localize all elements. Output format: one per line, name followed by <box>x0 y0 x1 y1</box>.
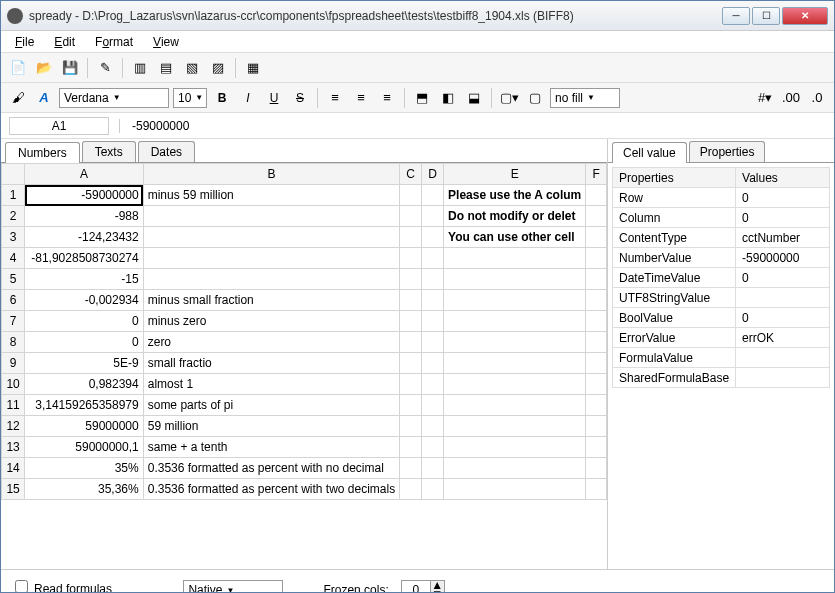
col-header[interactable]: C <box>400 164 422 185</box>
cell[interactable]: 0 <box>25 332 144 353</box>
cell[interactable] <box>400 269 422 290</box>
align-center-icon[interactable]: ≡ <box>350 87 372 109</box>
cell[interactable] <box>400 206 422 227</box>
row-header[interactable]: 2 <box>2 206 25 227</box>
cell[interactable] <box>400 248 422 269</box>
tab-cellvalue[interactable]: Cell value <box>612 142 687 163</box>
cell[interactable] <box>444 458 586 479</box>
cell[interactable] <box>422 206 444 227</box>
prop-val[interactable]: 0 <box>736 208 830 228</box>
cell[interactable] <box>444 395 586 416</box>
underline-button[interactable]: U <box>263 87 285 109</box>
strike-button[interactable]: S <box>289 87 311 109</box>
cell[interactable]: You can use other cell <box>444 227 586 248</box>
cell[interactable]: zero <box>143 332 399 353</box>
prop-val[interactable] <box>736 288 830 308</box>
row-header[interactable]: 7 <box>2 311 25 332</box>
font-size-combo[interactable]: 10▼ <box>173 88 207 108</box>
minimize-button[interactable]: ─ <box>722 7 750 25</box>
cell[interactable]: -59000000 <box>25 185 144 206</box>
fill-swatch-icon[interactable]: ▢ <box>524 87 546 109</box>
prop-val[interactable]: cctNumber <box>736 228 830 248</box>
cell[interactable] <box>422 332 444 353</box>
align-right-icon[interactable]: ≡ <box>376 87 398 109</box>
prop-val[interactable]: 0 <box>736 188 830 208</box>
cell[interactable] <box>444 332 586 353</box>
row-header[interactable]: 9 <box>2 353 25 374</box>
cell[interactable]: some parts of pi <box>143 395 399 416</box>
cell[interactable] <box>143 269 399 290</box>
cell[interactable] <box>422 479 444 500</box>
italic-button[interactable]: I <box>237 87 259 109</box>
prop-val[interactable]: errOK <box>736 328 830 348</box>
prop-val[interactable] <box>736 368 830 388</box>
dec-inc-icon[interactable]: .00 <box>780 87 802 109</box>
cell[interactable] <box>400 437 422 458</box>
prop-val[interactable] <box>736 348 830 368</box>
new-icon[interactable]: 📄 <box>7 57 29 79</box>
cell[interactable] <box>444 437 586 458</box>
property-grid[interactable]: PropertiesValuesRow0Column0ContentTypecc… <box>612 167 830 388</box>
cell[interactable] <box>422 353 444 374</box>
delete-col-icon[interactable]: ▧ <box>181 57 203 79</box>
cell[interactable] <box>586 290 607 311</box>
cell[interactable]: same + a tenth <box>143 437 399 458</box>
valign-mid-icon[interactable]: ◧ <box>437 87 459 109</box>
align-left-icon[interactable]: ≡ <box>324 87 346 109</box>
valign-bot-icon[interactable]: ⬓ <box>463 87 485 109</box>
row-header[interactable]: 4 <box>2 248 25 269</box>
tab-properties[interactable]: Properties <box>689 141 766 162</box>
cell-ref[interactable]: A1 <box>9 117 109 135</box>
row-header[interactable]: 10 <box>2 374 25 395</box>
row-header[interactable]: 14 <box>2 458 25 479</box>
cell[interactable] <box>586 416 607 437</box>
cell[interactable] <box>422 458 444 479</box>
cell[interactable]: -15 <box>25 269 144 290</box>
font-name-combo[interactable]: Verdana▼ <box>59 88 169 108</box>
cell[interactable]: 5E-9 <box>25 353 144 374</box>
cell[interactable]: minus zero <box>143 311 399 332</box>
row-header[interactable]: 12 <box>2 416 25 437</box>
border-icon[interactable]: ▢▾ <box>498 87 520 109</box>
cell-value[interactable]: -59000000 <box>119 119 189 133</box>
cell[interactable] <box>422 269 444 290</box>
menu-format[interactable]: Format <box>87 33 141 51</box>
cell[interactable] <box>444 248 586 269</box>
cell[interactable] <box>400 416 422 437</box>
open-icon[interactable]: 📂 <box>33 57 55 79</box>
valign-top-icon[interactable]: ⬒ <box>411 87 433 109</box>
tab-numbers[interactable]: Numbers <box>5 142 80 163</box>
brush-icon[interactable]: 🖌 <box>7 87 29 109</box>
cell[interactable] <box>400 374 422 395</box>
cell[interactable]: 3,14159265358979 <box>25 395 144 416</box>
prop-val[interactable]: 0 <box>736 268 830 288</box>
cell[interactable] <box>400 290 422 311</box>
insert-col-icon[interactable]: ▥ <box>129 57 151 79</box>
cell[interactable]: -0,002934 <box>25 290 144 311</box>
cell[interactable] <box>400 227 422 248</box>
cell[interactable] <box>422 374 444 395</box>
cell[interactable] <box>143 248 399 269</box>
cell[interactable]: -124,23432 <box>25 227 144 248</box>
cell[interactable]: 59 million <box>143 416 399 437</box>
cell[interactable]: 35,36% <box>25 479 144 500</box>
mode-combo[interactable]: Native▼ <box>183 580 283 593</box>
prop-val[interactable]: 0 <box>736 308 830 328</box>
dec-dec-icon[interactable]: .0 <box>806 87 828 109</box>
prop-val[interactable]: -59000000 <box>736 248 830 268</box>
cell[interactable]: minus small fraction <box>143 290 399 311</box>
cell[interactable] <box>586 311 607 332</box>
cell[interactable] <box>586 395 607 416</box>
cell[interactable] <box>422 227 444 248</box>
fill-combo[interactable]: no fill▼ <box>550 88 620 108</box>
bold-button[interactable]: B <box>211 87 233 109</box>
row-header[interactable]: 5 <box>2 269 25 290</box>
cell[interactable]: small fractio <box>143 353 399 374</box>
cell[interactable]: -81,9028508730274 <box>25 248 144 269</box>
menu-view[interactable]: View <box>145 33 187 51</box>
cell[interactable] <box>586 458 607 479</box>
cell[interactable] <box>400 353 422 374</box>
row-header[interactable]: 6 <box>2 290 25 311</box>
edit-icon[interactable]: ✎ <box>94 57 116 79</box>
cell[interactable] <box>400 311 422 332</box>
